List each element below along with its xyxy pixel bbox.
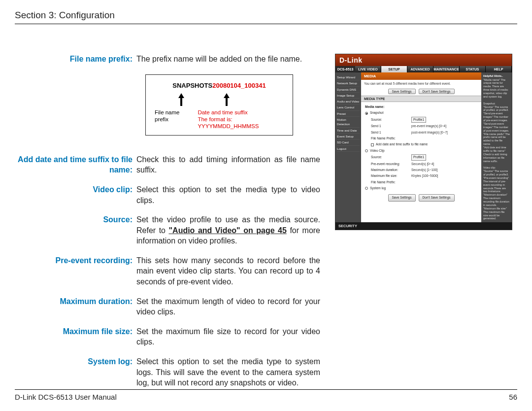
- def-label: Pre-event recording:: [15, 255, 136, 266]
- def-label: Maximum file size:: [15, 326, 136, 337]
- footer-bar: SECURITY: [335, 222, 512, 230]
- filename-example-box: SNAPSHOTS20080104_100341 File name prefi…: [145, 74, 293, 136]
- radio-icon[interactable]: [365, 112, 368, 115]
- sidebar-item[interactable]: Audio and Video: [337, 99, 360, 104]
- def-max-size: Maximum file size: Set the maximum file …: [15, 326, 320, 347]
- manual-title: D-Link DCS-6513 User Manual: [15, 393, 117, 401]
- tab-status[interactable]: STATUS: [460, 66, 486, 72]
- sidebar-item[interactable]: SD Card: [337, 139, 360, 145]
- sidebar: Setup Wizard Network Setup Dynamic DNS I…: [335, 72, 361, 222]
- dont-save-button[interactable]: Don't Save Settings: [419, 194, 455, 201]
- panel-title: MEDIA: [361, 72, 481, 80]
- panel-note: You can set at most 5 different media he…: [361, 80, 481, 87]
- save-button[interactable]: Save Settings: [388, 194, 416, 201]
- def-label: Source:: [15, 214, 136, 225]
- caption-suffix: Date and time suffix The format is: YYYY…: [198, 109, 284, 130]
- section-title: Section 3: Configuration: [15, 10, 517, 24]
- def-source: Source: Set the video profile to use as …: [15, 214, 320, 246]
- nav-tabs: DCS-6513 LIVE VIDEO SETUP ADVANCED MAINT…: [335, 66, 512, 72]
- sidebar-item[interactable]: Event Setup: [337, 134, 360, 139]
- arrow-up-icon: [224, 93, 230, 106]
- def-value: Check this to add timing information as …: [136, 154, 320, 175]
- sidebar-item[interactable]: Lens Control: [337, 104, 360, 110]
- help-panel: Helpful Hints.. "Media name" The unique …: [481, 72, 512, 222]
- def-label: Maximum duration:: [15, 296, 136, 307]
- brand-logo: D-Link: [335, 54, 512, 66]
- sidebar-item[interactable]: Setup Wizard: [337, 74, 360, 80]
- def-value: Select this option to set the media type…: [136, 356, 320, 388]
- radio-icon[interactable]: [365, 149, 368, 152]
- caption-row: File name prefix Date and time suffix Th…: [155, 109, 284, 130]
- sidebar-item[interactable]: Image Setup: [337, 93, 360, 99]
- def-label: Add date and time suffix to file name:: [15, 154, 136, 175]
- def-label: File name prefix:: [15, 54, 136, 65]
- sidebar-item[interactable]: Preset: [337, 111, 360, 117]
- def-value: Select this option to set the media type…: [136, 184, 320, 206]
- def-value: Set the video profile to use as the medi…: [136, 214, 320, 246]
- sidebar-item[interactable]: Motion Detection: [337, 117, 360, 128]
- source-select[interactable]: Profile1: [411, 117, 426, 123]
- def-value: The prefix name will be added on the fil…: [136, 54, 320, 65]
- content-row: File name prefix: The prefix name will b…: [15, 54, 517, 397]
- tab-advanced[interactable]: ADVANCED: [407, 66, 433, 72]
- caption-prefix: File name prefix: [155, 109, 195, 130]
- def-file-name-prefix: File name prefix: The prefix name will b…: [15, 54, 320, 65]
- web-ui-thumbnail: D-Link DCS-6513 LIVE VIDEO SETUP ADVANCE…: [335, 54, 512, 230]
- page-footer: D-Link DCS-6513 User Manual 56: [15, 389, 517, 401]
- def-value: Set the maximum file size to record for …: [136, 326, 320, 347]
- def-label: System log:: [15, 356, 136, 367]
- sidebar-item[interactable]: Time and Date: [337, 128, 360, 134]
- def-add-suffix: Add date and time suffix to file name: C…: [15, 154, 320, 175]
- main-panel: MEDIA You can set at most 5 different me…: [361, 72, 481, 222]
- dont-save-button[interactable]: Don't Save Settings: [419, 89, 455, 94]
- sidebar-item[interactable]: Network Setup: [337, 80, 360, 86]
- model-label: DCS-6513: [335, 66, 355, 72]
- def-pre-event: Pre-event recording: This sets how many …: [15, 255, 320, 287]
- radio-icon[interactable]: [365, 187, 368, 190]
- media-form: Media name: Snapshot Source:Profile1 Sen…: [361, 102, 481, 205]
- def-value: This sets how many seconds to record bef…: [136, 255, 320, 287]
- def-system-log: System log: Select this option to set th…: [15, 356, 320, 388]
- page-number: 56: [509, 393, 517, 401]
- definitions-column: File name prefix: The prefix name will b…: [15, 54, 320, 397]
- tab-help[interactable]: HELP: [486, 66, 512, 72]
- def-value: Set the maximum length of video to recor…: [136, 296, 320, 317]
- source-select[interactable]: Profile1: [411, 154, 426, 160]
- def-label: Video clip:: [15, 184, 136, 195]
- page-link[interactable]: "Audio and Video" on page 45: [168, 226, 286, 235]
- filename-example-text: SNAPSHOTS20080104_100341: [155, 82, 284, 89]
- save-button[interactable]: Save Settings: [388, 89, 416, 94]
- tab-setup[interactable]: SETUP: [381, 66, 407, 72]
- manual-page: Section 3: Configuration File name prefi…: [0, 0, 532, 411]
- sidebar-item[interactable]: Logout: [337, 146, 360, 152]
- checkbox-icon[interactable]: [371, 143, 374, 146]
- screenshot-thumbnail: D-Link DCS-6513 LIVE VIDEO SETUP ADVANCE…: [335, 54, 512, 397]
- arrow-up-icon: [178, 93, 184, 106]
- def-video-clip: Video clip: Select this option to set th…: [15, 184, 320, 206]
- tab-live-video[interactable]: LIVE VIDEO: [355, 66, 381, 72]
- tab-maintenance[interactable]: MAINTENANCE: [433, 66, 460, 72]
- sidebar-item[interactable]: Dynamic DNS: [337, 87, 360, 93]
- media-type-header: MEDIA TYPE: [361, 96, 481, 102]
- def-max-duration: Maximum duration: Set the maximum length…: [15, 296, 320, 317]
- arrows-row: [155, 93, 284, 106]
